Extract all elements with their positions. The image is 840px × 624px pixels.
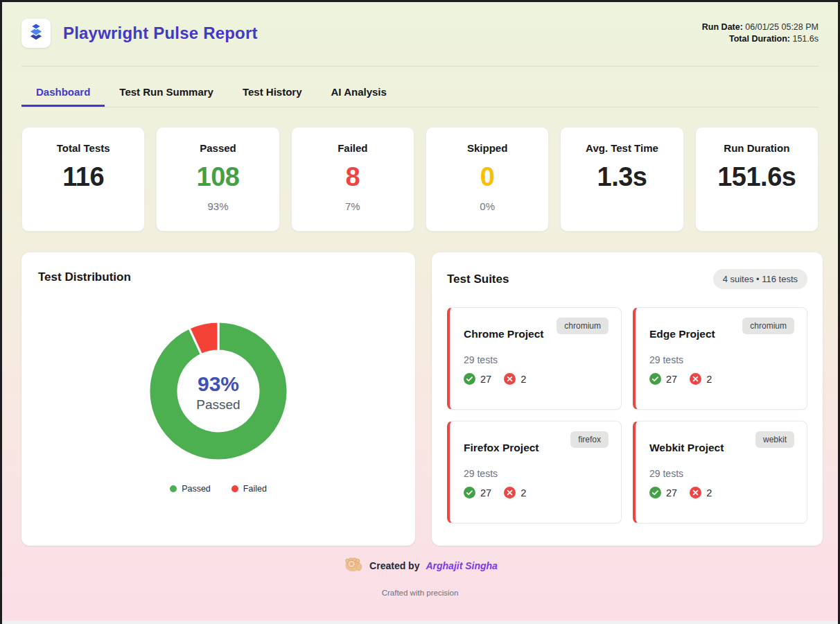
stat-card-skipped: Skipped 0 0%: [426, 127, 549, 232]
tab-test-history[interactable]: Test History: [228, 78, 317, 107]
suite-card-chrome: Chrome Project chromium 29 tests 27 2: [447, 307, 622, 410]
passed-count: 27: [666, 374, 677, 385]
test-suites-panel: Test Suites 4 suites • 116 tests Chrome …: [432, 252, 823, 546]
x-circle-icon: [504, 487, 516, 499]
run-info: Run Date: 06/01/25 05:28 PM Total Durati…: [702, 21, 819, 45]
suite-card-top: Webkit Project webkit: [649, 431, 794, 454]
duration-line: Total Duration: 151.6s: [702, 33, 819, 45]
suites-title: Test Suites: [447, 272, 509, 286]
failed-count: 2: [520, 487, 526, 499]
layers-icon: [27, 23, 45, 44]
page-title: Playwright Pulse Report: [63, 24, 258, 43]
suite-card-edge: Edge Project chromium 29 tests 27 2: [633, 307, 807, 410]
stat-sub: [696, 200, 818, 213]
check-circle-icon: [464, 373, 475, 385]
stat-value: 108: [157, 162, 279, 192]
x-circle-icon: [690, 373, 701, 385]
header-divider: [21, 66, 819, 67]
tab-test-run-summary[interactable]: Test Run Summary: [105, 78, 228, 107]
duration-label: Total Duration:: [729, 34, 790, 44]
run-date-label: Run Date:: [702, 22, 743, 32]
distribution-title: Test Distribution: [38, 270, 399, 284]
legend-dot: [170, 485, 177, 492]
legend-item-passed: Passed: [170, 484, 211, 494]
stat-card-row: Total Tests 116 Passed 108 93% Failed 8 …: [21, 127, 819, 232]
failed-count: 2: [706, 487, 712, 499]
created-by-label: Created by: [369, 560, 419, 571]
footer: Created by Arghajit Singha Crafted with …: [21, 554, 819, 597]
app-logo: [21, 19, 51, 48]
stat-sub: [561, 200, 683, 213]
suite-test-count: 29 tests: [649, 354, 794, 365]
suite-passed-stat: 27: [649, 487, 677, 499]
run-date-value: 06/01/25 05:28 PM: [745, 22, 819, 32]
legend-item-failed: Failed: [231, 484, 267, 494]
stat-card-total-tests: Total Tests 116: [21, 127, 145, 232]
suite-passed-stat: 27: [464, 487, 491, 499]
tab-ai-analysis[interactable]: AI Analysis: [317, 78, 401, 107]
test-distribution-panel: Test Distribution 93% Passed Passed: [21, 252, 415, 546]
stat-value: 8: [292, 162, 414, 192]
browser-badge: firefox: [570, 431, 609, 448]
stat-value: 0: [426, 162, 548, 192]
check-circle-icon: [464, 487, 475, 499]
suite-stats: 27 2: [464, 487, 609, 499]
suite-failed-stat: 2: [690, 487, 712, 499]
pointing-hand-emoji: [342, 554, 363, 577]
stat-label: Skipped: [426, 142, 548, 154]
stat-value: 151.6s: [696, 162, 818, 192]
failed-count: 2: [520, 374, 526, 385]
suite-stats: 27 2: [649, 487, 794, 499]
stat-label: Total Tests: [22, 142, 144, 154]
browser-badge: chromium: [557, 318, 609, 334]
suite-card-top: Chrome Project chromium: [464, 318, 609, 340]
stat-label: Passed: [157, 142, 279, 154]
browser-badge: webkit: [755, 431, 794, 448]
legend-label: Passed: [182, 484, 211, 494]
check-circle-icon: [649, 373, 661, 385]
stat-label: Avg. Test Time: [561, 142, 683, 154]
passed-count: 27: [480, 374, 491, 385]
suite-failed-stat: 2: [690, 373, 712, 385]
suite-name: Edge Project: [649, 328, 715, 340]
tab-bar: Dashboard Test Run Summary Test History …: [21, 78, 819, 107]
stat-label: Run Duration: [696, 142, 818, 154]
page: Playwright Pulse Report Run Date: 06/01/…: [2, 2, 838, 597]
author-link[interactable]: Arghajit Singha: [426, 560, 497, 571]
suite-test-count: 29 tests: [464, 468, 609, 479]
report-window: Playwright Pulse Report Run Date: 06/01/…: [0, 0, 840, 624]
stat-card-run-duration: Run Duration 151.6s: [695, 127, 819, 232]
suite-name: Chrome Project: [464, 328, 543, 340]
stat-card-avg-test-time: Avg. Test Time 1.3s: [560, 127, 683, 232]
donut-passed-label: Passed: [196, 397, 240, 413]
tagline: Crafted with precision: [21, 589, 819, 597]
suite-test-count: 29 tests: [464, 354, 609, 365]
suite-stats: 27 2: [464, 373, 609, 385]
stat-sub: 0%: [426, 200, 548, 213]
created-by-line: Created by Arghajit Singha: [21, 554, 819, 577]
suite-card-firefox: Firefox Project firefox 29 tests 27 2: [447, 421, 622, 523]
donut-chart-wrap: 93% Passed: [142, 315, 295, 470]
stat-value: 116: [22, 162, 144, 192]
suite-card-top: Edge Project chromium: [649, 318, 794, 340]
panels-row: Test Distribution 93% Passed Passed: [21, 252, 819, 546]
suite-name: Webkit Project: [649, 442, 724, 454]
suite-stats: 27 2: [649, 373, 794, 385]
passed-count: 27: [666, 487, 677, 499]
stat-value: 1.3s: [561, 162, 683, 192]
browser-badge: chromium: [742, 318, 794, 334]
tab-dashboard[interactable]: Dashboard: [21, 78, 105, 107]
legend-label: Failed: [243, 484, 267, 494]
stat-card-failed: Failed 8 7%: [291, 127, 414, 232]
check-circle-icon: [649, 487, 661, 499]
suites-summary-badge: 4 suites • 116 tests: [713, 269, 807, 289]
stat-sub: 93%: [157, 200, 279, 213]
stat-sub: 7%: [292, 200, 414, 213]
suite-name: Firefox Project: [464, 442, 539, 454]
failed-count: 2: [706, 374, 712, 385]
suite-grid: Chrome Project chromium 29 tests 27 2: [447, 307, 807, 523]
suite-passed-stat: 27: [649, 373, 677, 385]
suite-test-count: 29 tests: [649, 468, 794, 479]
suite-failed-stat: 2: [504, 487, 526, 499]
donut-center-label: 93% Passed: [142, 315, 295, 470]
